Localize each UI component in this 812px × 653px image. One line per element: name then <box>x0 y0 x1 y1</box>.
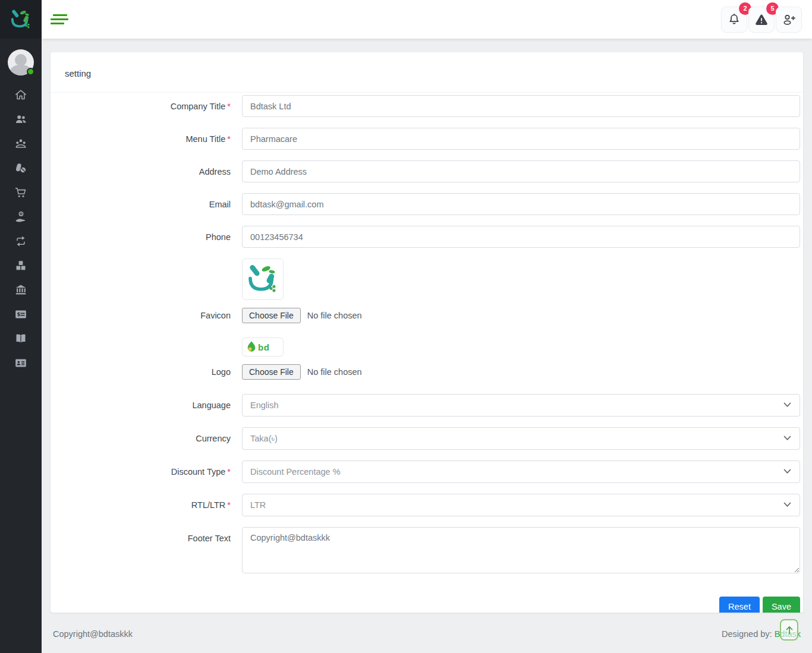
alerts-button[interactable]: 5 <box>748 7 775 33</box>
sidebar-toggle-button[interactable] <box>51 13 70 26</box>
chevron-down-icon <box>783 402 791 408</box>
sidebar-item-sell[interactable] <box>9 210 33 223</box>
book-open-icon <box>14 332 27 345</box>
repeat-icon <box>14 235 27 248</box>
arrow-up-icon <box>786 626 793 635</box>
person-add-icon <box>782 12 796 27</box>
label-text: RTL/LTR <box>191 500 225 510</box>
email-label: Email <box>51 200 242 209</box>
reset-button[interactable]: Reset <box>719 597 760 613</box>
language-selected-value: English <box>250 400 279 410</box>
sidebar-item-customers[interactable] <box>9 137 33 150</box>
people-group-icon <box>14 137 27 150</box>
online-status-dot <box>27 68 34 75</box>
sidebar-item-accounts[interactable]: $ <box>9 308 33 321</box>
hand-dollar-icon <box>14 210 27 223</box>
main-content: setting Company Title* Menu Title* Addre… <box>42 39 812 615</box>
favicon-choose-file-button[interactable]: Choose File <box>242 308 301 323</box>
shopping-cart-icon <box>14 186 27 199</box>
discount-type-select[interactable]: Discount Percentage % <box>242 460 800 483</box>
email-input[interactable] <box>242 193 800 215</box>
footer-text-label: Footer Text <box>51 527 242 543</box>
form-row-phone: Phone <box>51 226 801 248</box>
sidebar-item-stock[interactable] <box>9 259 33 272</box>
form-actions: Reset Save <box>51 586 801 613</box>
footer-text-textarea[interactable]: Copyright@bdtaskkk <box>242 527 800 573</box>
form-row-email: Email <box>51 193 801 215</box>
rtl-ltr-label: RTL/LTR* <box>51 500 242 510</box>
required-asterisk: * <box>227 102 231 111</box>
brand-logo[interactable] <box>0 0 42 39</box>
sidebar-item-contacts[interactable] <box>9 357 33 370</box>
menu-title-label: Menu Title* <box>51 134 242 144</box>
logo-preview-text: bd <box>258 342 269 352</box>
address-input[interactable] <box>242 160 800 182</box>
topbar-actions: 2 5 <box>721 7 802 33</box>
sidebar-item-reports[interactable] <box>9 332 33 345</box>
mortar-pestle-logo-icon <box>10 8 32 31</box>
logo-preview: bd <box>242 337 284 357</box>
notifications-button[interactable]: 2 <box>721 7 747 33</box>
label-text: Company Title <box>171 102 226 111</box>
footer-copyright: Copyright@bdtaskkk <box>53 629 133 639</box>
scroll-to-top-button[interactable] <box>780 619 798 641</box>
menu-title-input[interactable] <box>242 128 800 150</box>
form-row-footer-text: Footer Text Copyright@bdtaskkk <box>51 527 801 576</box>
page-footer: Copyright@bdtaskkk Designed by: Bdtask <box>42 615 812 653</box>
logo-file-status: No file chosen <box>307 367 362 377</box>
currency-selected-value: Taka(৳) <box>250 434 278 444</box>
company-title-label: Company Title* <box>51 102 242 111</box>
sidebar-item-purchase[interactable] <box>9 186 33 199</box>
card-header: setting <box>51 52 803 93</box>
logo-file-input: Choose File No file chosen <box>242 364 800 380</box>
home-icon <box>14 89 27 102</box>
save-button[interactable]: Save <box>763 597 800 613</box>
chevron-down-icon <box>783 436 791 441</box>
company-title-input[interactable] <box>242 95 800 117</box>
sidebar-item-returns[interactable] <box>9 235 33 248</box>
phone-input[interactable] <box>242 226 800 248</box>
settings-form: Company Title* Menu Title* Address Email… <box>51 93 803 613</box>
sidebar-item-dashboard[interactable] <box>9 89 33 102</box>
favicon-label: Favicon <box>51 311 242 323</box>
bank-icon <box>14 283 27 296</box>
phone-label: Phone <box>51 232 242 242</box>
required-asterisk: * <box>227 134 231 144</box>
logo-choose-file-button[interactable]: Choose File <box>242 364 301 380</box>
users-icon <box>14 113 27 126</box>
label-text: Menu Title <box>185 134 225 144</box>
discount-type-selected-value: Discount Percentage % <box>250 467 341 477</box>
sidebar-item-medicine[interactable] <box>9 162 33 175</box>
favicon-file-input: Choose File No file chosen <box>242 308 800 323</box>
favicon-preview-image <box>246 263 279 296</box>
topbar: 2 5 <box>42 0 812 39</box>
logo-flame-icon <box>246 340 257 354</box>
favicon-preview <box>242 258 284 300</box>
sidebar-item-bank[interactable] <box>9 283 33 296</box>
form-row-address: Address <box>51 160 801 182</box>
page-title: setting <box>65 68 789 78</box>
form-row-company-title: Company Title* <box>51 95 801 117</box>
address-label: Address <box>51 167 242 176</box>
form-row-logo: Logo bd Choose File No file chosen <box>51 337 801 380</box>
logo-label: Logo <box>51 367 242 380</box>
currency-label: Currency <box>51 434 242 443</box>
rtl-ltr-select[interactable]: LTR <box>242 494 800 516</box>
required-asterisk: * <box>227 500 231 510</box>
warning-triangle-icon <box>754 12 769 27</box>
favicon-file-status: No file chosen <box>307 311 362 320</box>
money-check-icon: $ <box>14 308 27 321</box>
designed-by-text: Designed by: <box>722 629 772 639</box>
add-user-button[interactable] <box>776 7 802 33</box>
pills-icon <box>14 162 27 175</box>
chevron-down-icon <box>783 469 791 474</box>
currency-select[interactable]: Taka(৳) <box>242 427 800 450</box>
sidebar-item-users[interactable] <box>9 113 33 126</box>
form-row-menu-title: Menu Title* <box>51 128 801 150</box>
settings-card: setting Company Title* Menu Title* Addre… <box>51 52 803 613</box>
form-row-rtl-ltr: RTL/LTR* LTR <box>51 494 801 516</box>
language-select[interactable]: English <box>242 394 800 417</box>
form-row-currency: Currency Taka(৳) <box>51 427 801 450</box>
user-avatar[interactable] <box>8 49 34 75</box>
cubes-icon <box>14 259 27 272</box>
